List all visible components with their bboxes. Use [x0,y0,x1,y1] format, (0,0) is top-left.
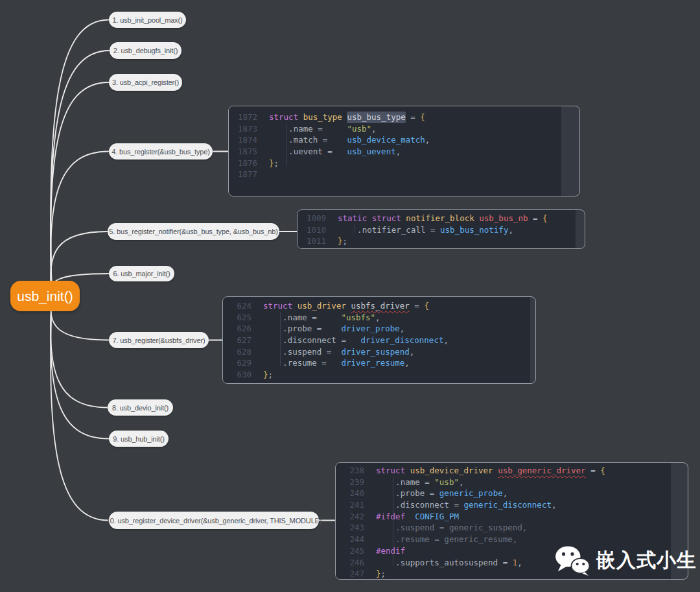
line-number: 624 [223,300,263,312]
code-token: , [425,134,430,146]
code-block-4[interactable]: 1872struct bus_type usb_bus_type = {1873… [228,106,580,196]
code-token: driver_resume [341,357,404,369]
branch-node-3[interactable]: 3. usb_acpi_register() [109,74,182,91]
code-token: usb_uevent [347,146,395,158]
code-line: 628 .suspend = driver_suspend, [223,346,530,358]
line-number: 1009 [298,213,338,224]
code-token: usb_bus_notify [440,224,508,236]
line-number: 242 [336,511,376,523]
code-line: 1009static struct notifier_block usb_bus… [298,213,576,224]
branch-node-5[interactable]: 5. bus_register_notifier(&usb_bus_type, … [108,223,279,240]
branch-node-1[interactable]: 1. usb_init_pool_max() [109,12,186,28]
code-token: "usbfs" [341,312,375,324]
code-line: 1872struct bus_type usb_bus_type = { [229,112,561,123]
watermark: 嵌入式小生 [555,545,697,576]
indent-guide [286,123,286,167]
code-token: usb_driver [298,300,351,312]
code-token: #endif [376,545,405,557]
code-token: .resume = [263,357,341,369]
branch-node-4[interactable]: 4. bus_register(&usb_bus_type) [109,143,213,160]
code-token: } [376,568,381,579]
branch-node-label: 7. usb_register(&usbfs_driver) [113,337,205,344]
code-token: usbfs_driver [351,300,409,312]
line-number: 1875 [229,146,269,158]
branch-node-label: 6. usb_major_init() [113,270,170,278]
branch-node-8[interactable]: 8. usb_devio_init() [108,399,173,416]
code-line: 629 .resume = driver_resume, [223,357,530,369]
code-token: , [410,346,415,358]
code-token: "usb" [434,477,459,488]
connector-root-to-branch-8 [51,296,108,408]
line-number: 1876 [229,158,269,169]
code-token: usb_device_match [347,134,425,146]
watermark-text: 嵌入式小生 [596,547,697,574]
code-token: { [600,465,605,477]
code-token: ; [274,158,279,169]
branch-node-10[interactable]: 10. usb_register_device_driver(&usb_gene… [109,512,319,529]
code-token: , [396,146,401,158]
code-token: usb_bus_nb [479,213,528,224]
branch-node-6[interactable]: 6. usb_major_init() [109,266,174,281]
code-line: 625 .name = "usbfs", [223,312,530,324]
branch-node-label: 2. usb_debugfs_init() [113,47,178,54]
code-token: driver_disconnect [361,335,444,346]
branch-node-label: 1. usb_init_pool_max() [113,16,183,24]
code-token: } [263,369,268,381]
code-line: 626 .probe = driver_probe, [223,323,530,335]
code-token: ; [268,369,274,381]
code-line: 241 .disconnect = generic_disconnect, [336,499,671,511]
branch-node-label: 9. usb_hub_init() [113,435,164,443]
code-token: .name = [269,123,347,135]
code-token: , [443,335,449,346]
code-line: 244 .resume = generic_resume, [336,534,671,545]
code-block-5[interactable]: 1009static struct notifier_block usb_bus… [297,209,585,249]
code-line: 627 .disconnect = driver_disconnect, [223,335,530,346]
branch-node-label: 10. usb_register_device_driver(&usb_gene… [106,517,322,525]
code-token: = [528,213,543,224]
code-line: 630}; [223,369,530,381]
line-number: 1010 [298,224,338,236]
code-line: 1875 .uevent = usb_uevent, [229,146,561,158]
line-number: 241 [336,499,376,511]
branch-node-label: 8. usb_devio_init() [112,404,169,412]
connector-root-to-branch-9 [51,296,109,439]
code-token: , [375,312,380,324]
code-token: , [508,224,513,236]
branch-node-label: 3. usb_acpi_register() [112,78,179,86]
code-snippet: 1009static struct notifier_block usb_bus… [298,210,576,248]
code-line: 1876}; [229,158,561,169]
code-token: .uevent = [269,146,347,158]
line-number: 238 [336,465,376,477]
code-token: { [424,300,429,312]
line-number: 246 [336,557,376,569]
code-line: 1873 .name = "usb", [229,123,561,135]
code-token: = [586,465,601,477]
line-number: 247 [336,568,376,579]
code-token [405,511,415,523]
code-token: generic_probe [439,488,503,499]
code-line: 243 .suspend = generic_suspend, [336,522,671,534]
code-token: .suspend = [263,346,341,358]
root-node-usb-init[interactable]: usb_init() [10,281,80,311]
code-token: notifier_block [406,213,479,224]
code-token: , [552,499,557,511]
code-block-7[interactable]: 624struct usb_driver usbfs_driver = {625… [222,296,536,384]
line-number: 1011 [298,235,338,247]
code-line: 1011}; [298,235,576,247]
indent-guide [355,224,355,233]
code-snippet: 624struct usb_driver usbfs_driver = {625… [223,297,530,383]
wechat-icon [555,545,590,576]
code-token: static struct [338,213,406,224]
branch-node-2[interactable]: 2. usb_debugfs_init() [110,42,181,59]
code-snippet: 1872struct bus_type usb_bus_type = {1873… [229,106,561,196]
code-token: driver_probe [341,323,399,335]
branch-node-7[interactable]: 7. usb_register(&usbfs_driver) [109,332,209,348]
code-token: .disconnect = [376,499,463,511]
code-token: , [400,323,405,335]
code-token: } [338,235,343,247]
branch-node-9[interactable]: 9. usb_hub_init() [109,431,169,447]
code-line: 240 .probe = generic_probe, [336,488,671,499]
code-token: .match = [269,134,347,146]
code-token: ; [343,235,348,247]
connector-root-to-branch-1 [51,20,109,296]
